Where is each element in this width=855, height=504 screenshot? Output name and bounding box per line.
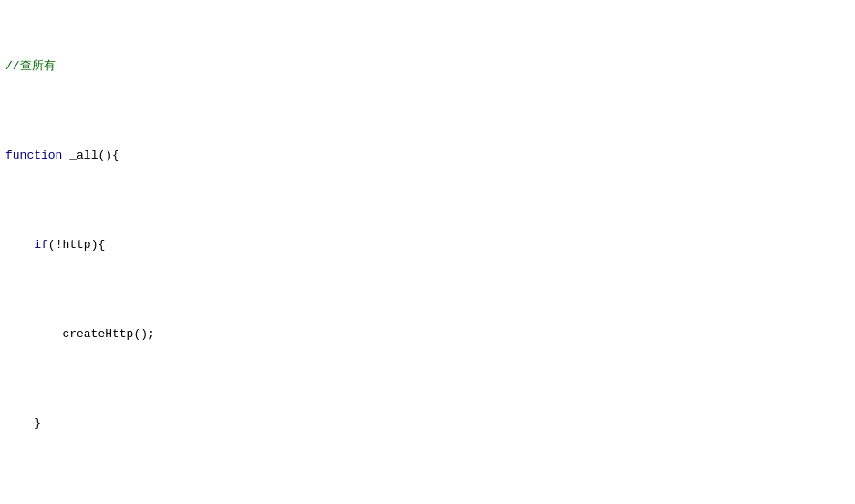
code-editor: //查所有 function _all(){ if(!http){ create… — [0, 0, 855, 504]
code-line-3: createHttp(); — [0, 325, 855, 344]
comment-text: //查所有 — [5, 59, 56, 73]
code-line-1: function _all(){ — [0, 147, 855, 165]
code-line-4: } — [0, 415, 855, 433]
code-line-comment: //查所有 — [0, 57, 855, 76]
keyword-function: function — [5, 149, 62, 162]
code-line-2: if(!http){ — [0, 236, 855, 254]
